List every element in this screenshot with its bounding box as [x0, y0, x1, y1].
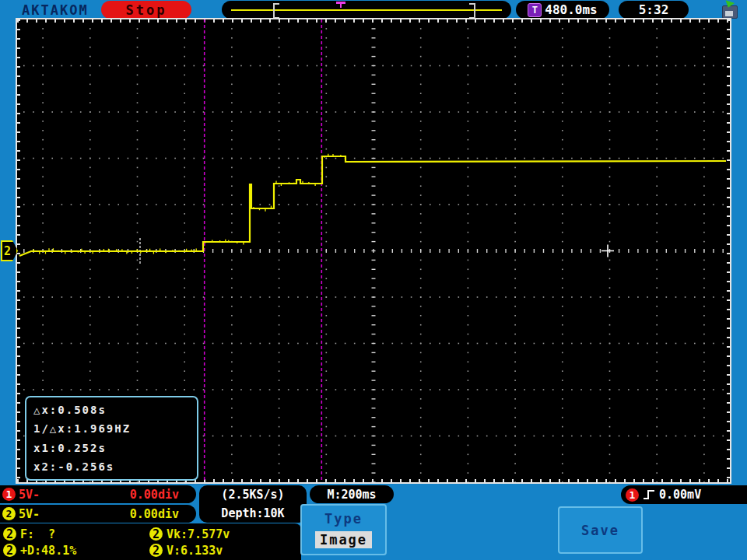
type-button-title: Type: [324, 511, 363, 527]
measurement-readouts: 2 F: ? 2 Vk:7.577v 2 +D:48.1% 2 V:6.133v: [0, 523, 301, 560]
sample-rate: (2.5KS/s): [221, 488, 284, 502]
bottom-status-panel: 1 5V- 0.00div 2 5V- 0.00div (2.5KS/s) De…: [0, 484, 747, 560]
trigger-source-badge: 1: [626, 488, 639, 502]
clock: 5:32: [619, 1, 689, 19]
trigger-level: 0.00mV: [659, 488, 701, 502]
cursor-x2: x2:-0.256s: [33, 460, 190, 473]
type-button-value: Image: [315, 531, 372, 548]
channel2-position-marker[interactable]: 2: [1, 240, 18, 261]
memory-depth: Depth:10K: [221, 506, 284, 520]
trigger-status[interactable]: 1 0.00mV: [621, 485, 747, 504]
cursor-readout-box: △x:0.508s 1/△x:1.969HZ x1:0.252s x2:-0.2…: [25, 396, 198, 481]
measurement-v: 2 V:6.133v: [149, 544, 296, 558]
cursor-delta-x: △x:0.508s: [33, 404, 190, 416]
timebase-status[interactable]: M:200ms: [310, 485, 394, 503]
trigger-delay-value: 480.0ms: [545, 2, 597, 17]
trigger-position-icon: [336, 2, 345, 8]
channel2-scale: 5V-: [19, 507, 40, 521]
run-stop-button[interactable]: Stop: [101, 1, 191, 19]
memory-window-right-bracket: [469, 3, 475, 19]
memory-position-bar[interactable]: [222, 1, 511, 19]
channel1-scale: 5V-: [19, 488, 40, 502]
cursor-x1: x1:0.252s: [33, 442, 190, 454]
oscilloscope-screen: AKTAKOM Stop T 480.0ms 5:32 2 △x:0.5: [0, 0, 747, 560]
channel1-badge: 1: [2, 488, 16, 501]
cursor-inverse-delta-x: 1/△x:1.969HZ: [33, 422, 190, 435]
measurement-vk: 2 Vk:7.577v: [149, 527, 296, 541]
channel2-offset: 0.00div: [130, 507, 179, 521]
save-button[interactable]: Save: [558, 506, 643, 554]
channel1-offset: 0.00div: [130, 488, 179, 502]
type-button[interactable]: Type Image: [300, 504, 387, 555]
channel1-status[interactable]: 1 5V- 0.00div: [0, 485, 196, 503]
usb-disk-icon: [720, 2, 738, 18]
measurement-frequency: 2 F: ?: [3, 527, 149, 541]
memory-window-line: [231, 9, 502, 11]
channel2-badge: 2: [2, 507, 16, 520]
acquisition-status: (2.5KS/s) Depth:10K: [199, 485, 307, 523]
rising-edge-icon: [642, 488, 656, 501]
measurement-duty: 2 +D:48.1%: [3, 544, 149, 558]
channel2-status[interactable]: 2 5V- 0.00div: [0, 505, 196, 523]
trigger-t-icon: T: [528, 3, 542, 17]
brand-label: AKTAKOM: [22, 2, 89, 18]
memory-window-left-bracket: [273, 3, 279, 19]
trigger-delay-readout: T 480.0ms: [516, 1, 609, 19]
